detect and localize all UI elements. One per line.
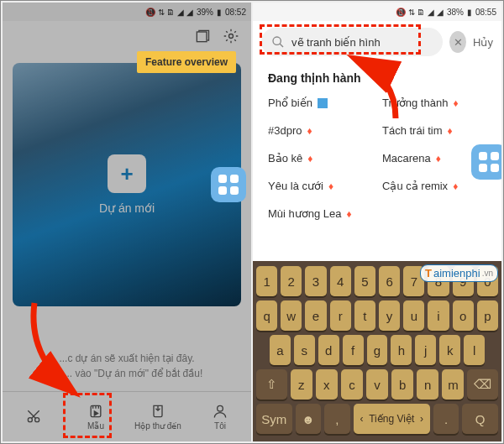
key-o[interactable]: o [453, 300, 474, 331]
nav-inbox[interactable]: Hộp thư đến [127, 392, 189, 441]
key-sym[interactable]: Sym [256, 404, 292, 434]
trending-header: Đang thịnh hành [268, 71, 486, 85]
key-3[interactable]: 3 [305, 266, 326, 296]
key-w[interactable]: w [281, 300, 302, 331]
flame-icon: ♦ [453, 180, 458, 192]
key-z[interactable]: z [291, 369, 312, 400]
tag-item[interactable]: Mùi hương Lea♦ [268, 207, 372, 220]
top-bar [3, 21, 251, 55]
key-6[interactable]: 6 [379, 266, 400, 296]
key-4[interactable]: 4 [330, 266, 351, 296]
tag-item[interactable]: #3dpro♦ [268, 124, 372, 137]
watermark: Taimienphi.vn [420, 264, 498, 282]
key-x[interactable]: x [316, 369, 338, 400]
flame-icon: ♦ [448, 125, 453, 137]
key-comma[interactable]: , [324, 404, 349, 434]
key-space[interactable]: ‹ Tiếng Việt › [354, 404, 430, 434]
hint-line2: Nh... vào "Dự án mới" để bắt đầu! [19, 366, 234, 381]
grid-fab[interactable] [471, 144, 501, 180]
key-2[interactable]: 2 [281, 266, 302, 296]
phone-left: 📵 ⇅ 🗎 ◢ ◢ 39% ▮ 08:52 Feature overview +… [3, 3, 251, 441]
key-g[interactable]: g [367, 335, 388, 365]
svg-rect-0 [197, 32, 207, 42]
flame-icon: ♦ [436, 153, 441, 165]
key-h[interactable]: h [391, 335, 412, 365]
flame-icon: ♦ [347, 208, 352, 220]
plus-icon: + [108, 154, 146, 193]
tag-item[interactable]: Phổ biến [268, 97, 372, 109]
key-t[interactable]: t [354, 300, 375, 331]
key-a[interactable]: a [270, 335, 291, 365]
box-icon[interactable] [194, 28, 211, 48]
tag-item[interactable]: Cậu cả remix♦ [382, 180, 486, 192]
key-s[interactable]: s [294, 335, 315, 365]
key-n[interactable]: n [417, 369, 438, 400]
key-emoji[interactable]: ☻ [296, 404, 321, 434]
nav-template-label: Mẫu [87, 421, 104, 431]
new-project-card[interactable]: + Dự án mới [13, 63, 241, 306]
key-v[interactable]: v [366, 369, 388, 400]
key-f[interactable]: f [343, 335, 364, 365]
feature-tooltip: Feature overview [137, 51, 236, 73]
nav-inbox-label: Hộp thư đến [134, 421, 181, 431]
key-d[interactable]: d [318, 335, 339, 365]
keyboard: 1234567890 qwertyuiop asdfghjkl ⇧zxcvbnm… [253, 261, 501, 441]
key-l[interactable]: l [464, 335, 485, 365]
key-shift[interactable]: ⇧ [256, 369, 287, 400]
key-k[interactable]: k [439, 335, 460, 365]
tag-item[interactable]: Yêu là cưới♦ [268, 180, 372, 192]
status-time: 08:55 [475, 8, 496, 17]
trending-section: Đang thịnh hành Phổ biến Trưởng thành♦ #… [253, 63, 501, 261]
svg-point-6 [218, 405, 223, 411]
svg-marker-5 [94, 411, 97, 415]
key-j[interactable]: j [415, 335, 436, 365]
box-icon [318, 98, 328, 108]
flame-icon: ♦ [307, 153, 312, 165]
clear-button[interactable]: ✕ [449, 31, 466, 53]
key-5[interactable]: 5 [354, 266, 375, 296]
search-row: ✕ Hủy [253, 21, 501, 63]
status-icons: 📵 ⇅ 🗎 ◢ ◢ [145, 8, 193, 17]
flame-icon: ♦ [328, 180, 333, 192]
key-y[interactable]: y [379, 300, 400, 331]
status-time: 08:52 [225, 8, 246, 17]
tag-item[interactable]: Tách trái tim♦ [382, 124, 486, 137]
gear-icon[interactable] [223, 28, 239, 48]
key-i[interactable]: i [428, 300, 449, 331]
search-input[interactable] [291, 36, 433, 49]
svg-point-8 [273, 37, 281, 44]
key-dot[interactable]: . [433, 404, 459, 434]
status-icons: 📵 ⇅ 🗎 ◢ ◢ [396, 8, 444, 17]
key-b[interactable]: b [391, 369, 413, 400]
key-u[interactable]: u [403, 300, 424, 331]
hint-line1: ...c dự án sẽ xuất hiện tại đây. [19, 351, 234, 366]
nav-me-label: Tôi [214, 421, 226, 431]
search-field[interactable] [261, 28, 443, 56]
key-r[interactable]: r [330, 300, 351, 331]
new-project-label: Dự án mới [99, 201, 155, 215]
flame-icon: ♦ [307, 125, 312, 137]
key-1[interactable]: 1 [256, 266, 277, 296]
tag-item[interactable]: Trưởng thành♦ [382, 97, 486, 109]
cancel-button[interactable]: Hủy [473, 36, 493, 49]
bottom-nav: Mẫu Hộp thư đến Tôi [3, 391, 251, 441]
nav-template[interactable]: Mẫu [65, 392, 127, 441]
key-m[interactable]: m [442, 369, 464, 400]
key-e[interactable]: e [305, 300, 326, 331]
grid-fab[interactable] [211, 167, 246, 202]
status-bar: 📵 ⇅ 🗎 ◢ ◢ 38% ▮ 08:55 [253, 3, 501, 21]
key-c[interactable]: c [341, 369, 363, 400]
tag-item[interactable]: Bảo kê♦ [268, 152, 372, 165]
battery-pct: 39% [197, 8, 213, 17]
svg-point-1 [229, 34, 234, 39]
nav-cut[interactable] [3, 392, 65, 441]
empty-hint: ...c dự án sẽ xuất hiện tại đây. Nh... v… [3, 341, 251, 391]
key-enter[interactable]: Q [462, 404, 498, 434]
key-p[interactable]: p [477, 300, 498, 331]
status-bar: 📵 ⇅ 🗎 ◢ ◢ 39% ▮ 08:52 [3, 3, 251, 21]
key-backspace[interactable]: ⌫ [467, 369, 498, 400]
nav-me[interactable]: Tôi [189, 392, 251, 441]
key-q[interactable]: q [256, 300, 277, 331]
phone-right: 📵 ⇅ 🗎 ◢ ◢ 38% ▮ 08:55 ✕ Hủy Đang thịnh h… [253, 3, 501, 441]
flame-icon: ♦ [453, 97, 458, 109]
